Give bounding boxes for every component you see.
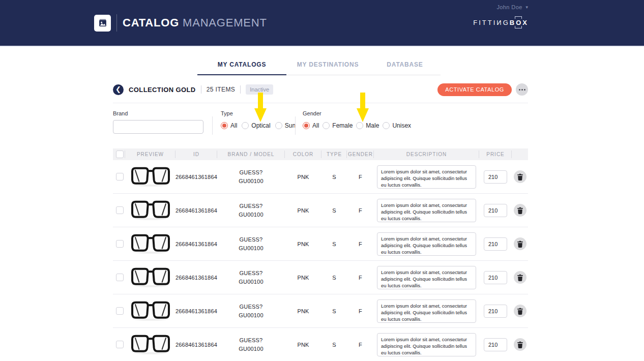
delete-button[interactable] xyxy=(514,204,526,217)
product-model: GU00100 xyxy=(239,210,264,219)
trash-icon xyxy=(517,173,523,180)
trash-icon xyxy=(517,308,523,315)
description-textarea[interactable]: Lorem ipsum dolor sit amet, consectetur … xyxy=(377,165,476,189)
product-id: 2668461361864 xyxy=(175,174,217,180)
product-preview xyxy=(125,233,175,255)
product-preview xyxy=(125,334,175,355)
description-textarea[interactable]: Lorem ipsum dolor sit amet, consectetur … xyxy=(377,333,476,356)
filter-divider xyxy=(212,116,213,135)
product-color: PNK xyxy=(285,308,321,314)
row-checkbox[interactable] xyxy=(116,240,124,248)
delete-button[interactable] xyxy=(514,237,526,250)
product-gender: F xyxy=(347,308,374,314)
type-radio-optical[interactable]: Optical xyxy=(242,122,270,129)
items-count: 25 ITEMS xyxy=(207,86,236,93)
user-menu[interactable]: John Doe ▼ xyxy=(496,4,529,10)
product-id: 2668461361864 xyxy=(175,308,217,314)
type-filter-label: Type xyxy=(221,110,296,116)
product-brand-model: GUESS? GU00100 xyxy=(217,235,285,252)
brand-filter-label: Brand xyxy=(113,110,203,116)
gender-radio-unisex[interactable]: Unisex xyxy=(383,122,411,129)
delete-button[interactable] xyxy=(514,305,526,317)
collection-info: ❮ COLLECTION GOLD 25 ITEMS Inactive xyxy=(113,84,273,95)
product-brand: GUESS? xyxy=(239,269,264,278)
type-filter: Type All Optical Sun xyxy=(212,110,296,129)
row-checkbox[interactable] xyxy=(116,206,124,214)
column-header-color: COLOR xyxy=(285,148,321,160)
product-gender: F xyxy=(347,342,374,348)
table-row: 2668461361864 GUESS? GU00100 PNK S F Lor… xyxy=(113,328,528,361)
product-color: PNK xyxy=(285,241,321,247)
separator xyxy=(201,85,201,94)
more-options-button[interactable] xyxy=(516,83,528,96)
section-divider xyxy=(113,103,528,103)
product-brand: GUESS? xyxy=(239,336,264,345)
table-row: 2668461361864 GUESS? GU00100 PNK S F Lor… xyxy=(113,227,528,261)
chevron-left-icon: ❮ xyxy=(115,86,121,93)
user-name: John Doe xyxy=(496,4,522,10)
product-preview xyxy=(125,199,175,221)
glasses-image xyxy=(130,166,171,188)
activate-catalog-button[interactable]: ACTIVATE CATALOG xyxy=(437,83,512,96)
delete-button[interactable] xyxy=(514,338,526,351)
price-input[interactable] xyxy=(484,305,507,318)
app-title: CATALOG MANAGEMENT xyxy=(123,16,267,29)
row-checkbox[interactable] xyxy=(116,274,124,281)
product-model: GU00100 xyxy=(239,278,264,286)
price-input[interactable] xyxy=(484,338,507,351)
status-badge: Inactive xyxy=(246,84,273,95)
brand-input[interactable] xyxy=(113,120,203,134)
type-radio-all[interactable]: All xyxy=(221,122,237,129)
row-checkbox[interactable] xyxy=(116,341,124,348)
radio-selected-icon xyxy=(303,122,310,129)
product-color: PNK xyxy=(285,174,321,180)
description-textarea[interactable]: Lorem ipsum dolor sit amet, consectetur … xyxy=(377,266,476,289)
row-checkbox[interactable] xyxy=(116,307,124,315)
type-radio-row: All Optical Sun xyxy=(221,122,296,129)
tab-my-catalogs[interactable]: MY CATALOGS xyxy=(197,54,286,75)
radio-icon xyxy=(275,122,282,129)
filters-bar: Brand Type All Optical Sun xyxy=(113,109,528,135)
description-textarea[interactable]: Lorem ipsum dolor sit amet, consectetur … xyxy=(377,299,476,323)
product-preview xyxy=(125,300,175,322)
product-brand-model: GUESS? GU00100 xyxy=(217,202,285,219)
glasses-image xyxy=(130,199,171,221)
product-color: PNK xyxy=(285,207,321,214)
column-header-preview: PREVIEW xyxy=(125,148,175,160)
type-radio-sun[interactable]: Sun xyxy=(275,122,296,129)
table-row: 2668461361864 GUESS? GU00100 PNK S F Lor… xyxy=(113,294,528,328)
product-brand-model: GUESS? GU00100 xyxy=(217,336,285,353)
gender-radio-female[interactable]: Female xyxy=(323,122,353,129)
glasses-image xyxy=(130,266,171,288)
description-textarea[interactable]: Lorem ipsum dolor sit amet, consectetur … xyxy=(377,232,476,256)
price-input[interactable] xyxy=(484,204,507,217)
radio-icon xyxy=(242,122,249,129)
delete-button[interactable] xyxy=(514,271,526,284)
price-input[interactable] xyxy=(484,271,507,284)
radio-icon xyxy=(356,122,363,129)
column-header-brand-model: BRAND / MODEL xyxy=(217,148,285,160)
logo-divider xyxy=(116,14,117,32)
product-type: S xyxy=(321,174,347,180)
product-type: S xyxy=(321,308,347,314)
glasses-image xyxy=(130,334,171,355)
description-textarea[interactable]: Lorem ipsum dolor sit amet, consectetur … xyxy=(377,199,476,222)
product-brand-model: GUESS? GU00100 xyxy=(217,168,285,185)
back-button[interactable]: ❮ xyxy=(113,84,124,95)
price-input[interactable] xyxy=(484,237,507,251)
tab-my-destinations[interactable]: MY DESTINATIONS xyxy=(286,54,369,75)
product-gender: F xyxy=(347,275,374,281)
product-type: S xyxy=(321,275,347,281)
delete-button[interactable] xyxy=(514,170,526,183)
price-input[interactable] xyxy=(484,170,507,184)
row-checkbox[interactable] xyxy=(116,173,124,180)
radio-icon xyxy=(323,122,330,129)
collection-header: ❮ COLLECTION GOLD 25 ITEMS Inactive ACTI… xyxy=(113,81,528,98)
product-model: GU00100 xyxy=(239,311,264,320)
select-all-checkbox[interactable] xyxy=(116,151,124,158)
product-gender: F xyxy=(347,241,374,247)
gender-radio-male[interactable]: Male xyxy=(356,122,379,129)
tab-database[interactable]: DATABASE xyxy=(369,54,441,75)
gender-radio-all[interactable]: All xyxy=(303,122,319,129)
product-type: S xyxy=(321,241,347,247)
